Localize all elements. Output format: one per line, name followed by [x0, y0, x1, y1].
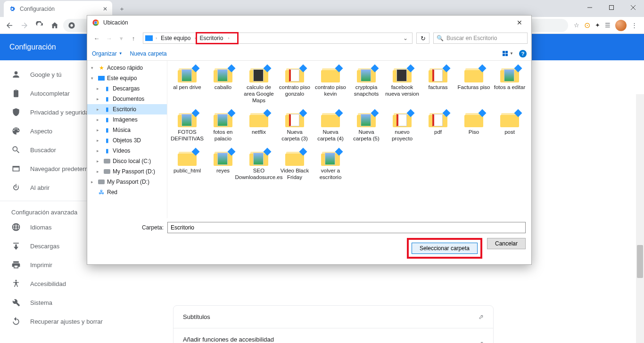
- help-icon[interactable]: ?: [519, 50, 527, 57]
- new-folder-button[interactable]: Nueva carpeta: [130, 50, 167, 57]
- folder-item[interactable]: SEO Downloadosurce.es: [241, 148, 277, 185]
- tree-item[interactable]: ▸▮Documentos: [87, 94, 167, 104]
- ext-icon-1[interactable]: ⊙: [584, 21, 590, 30]
- dialog-close-button[interactable]: ✕: [512, 19, 527, 26]
- folder-icon: [284, 66, 305, 83]
- folder-icon: [177, 150, 198, 167]
- tree-item[interactable]: ▸My Passport (D:): [87, 177, 167, 187]
- caret-icon: ▸: [97, 148, 101, 153]
- folder-item[interactable]: al pen drive: [169, 65, 205, 107]
- tab-close-icon[interactable]: ✕: [103, 6, 107, 12]
- tree-item[interactable]: ▾Este equipo: [87, 73, 167, 83]
- menu-icon[interactable]: ⋮: [631, 22, 637, 29]
- folder-picker-dialog: Ubicación ✕ ← → ▾ ↑ › Este equipo › Escr…: [87, 15, 532, 265]
- folder-item[interactable]: caballo: [205, 65, 241, 107]
- nav-back-button[interactable]: ←: [91, 33, 102, 44]
- folder-item[interactable]: Facturas piso: [456, 65, 492, 107]
- folder-item[interactable]: cryptopia snapchots: [348, 65, 384, 107]
- star-icon[interactable]: ☆: [574, 22, 579, 29]
- folder-item[interactable]: facebook nueva version: [384, 65, 420, 107]
- tree-item[interactable]: ▸▮Escritorio: [87, 104, 167, 114]
- wrench-icon: [11, 298, 21, 307]
- tree-item[interactable]: ▾★Acceso rápido: [87, 63, 167, 73]
- search-input[interactable]: 🔍 Buscar en Escritorio: [433, 33, 528, 44]
- folder-icon: [248, 111, 269, 128]
- svg-point-10: [94, 21, 97, 24]
- cancel-button[interactable]: Cancelar: [487, 238, 526, 249]
- back-button[interactable]: [3, 19, 16, 32]
- sidebar-item[interactable]: Recuperar ajustes y borrar: [0, 312, 116, 331]
- folder-item[interactable]: contrato piso gonzalo: [277, 65, 313, 107]
- folder-item[interactable]: nuevo proyecto: [384, 109, 420, 146]
- folder-item[interactable]: contrato piso kevin: [313, 65, 348, 107]
- breadcrumb-dropdown[interactable]: ⌄: [401, 35, 410, 41]
- tree-item[interactable]: ▸▮Objetos 3D: [87, 135, 167, 146]
- folder-item[interactable]: pdf: [420, 109, 456, 146]
- breadcrumb-bar[interactable]: › Este equipo › Escritorio› ⌄: [143, 33, 413, 44]
- caret-icon: ▸: [97, 159, 101, 163]
- folder-name: nuevo proyecto: [385, 129, 419, 142]
- folder-name: post: [504, 129, 515, 136]
- extensions-icon[interactable]: ✦: [595, 22, 600, 29]
- nav-up-button[interactable]: ↑: [128, 33, 139, 44]
- sidebar-label: Google y tú: [30, 71, 62, 78]
- folder-item[interactable]: calculo de area Google Maps: [241, 65, 277, 107]
- window-minimize[interactable]: [579, 0, 601, 15]
- home-button[interactable]: [48, 19, 61, 32]
- tree-item[interactable]: ▸▮Vídeos: [87, 146, 167, 156]
- scrollbar-thumb[interactable]: [637, 245, 643, 278]
- tree-item[interactable]: ▸▮Descargas: [87, 83, 167, 94]
- view-mode-button[interactable]: ▼: [503, 51, 513, 56]
- folder-item[interactable]: post: [492, 109, 528, 146]
- reading-list-icon[interactable]: ☰: [605, 22, 611, 29]
- forward-button[interactable]: [18, 19, 31, 32]
- new-tab-button[interactable]: ＋: [115, 2, 128, 16]
- palette-icon: [11, 126, 21, 136]
- refresh-button[interactable]: ↻: [416, 33, 429, 44]
- folder-item[interactable]: FOTOS DEFINITIVAS: [169, 109, 205, 146]
- sidebar-item[interactable]: Sistema: [0, 293, 116, 312]
- organize-menu[interactable]: Organizar ▼: [92, 50, 123, 57]
- tree-item[interactable]: ▸▮Imágenes: [87, 114, 167, 125]
- window-close[interactable]: [622, 0, 644, 15]
- sidebar-label: Sistema: [30, 299, 52, 306]
- sidebar-item[interactable]: Accesibilidad: [0, 274, 116, 293]
- folder-item[interactable]: fotos a editar: [492, 65, 528, 107]
- tree-item[interactable]: ▸My Passport (D:): [87, 166, 167, 177]
- folder-icon: [213, 111, 233, 128]
- chevron-icon: ›: [194, 36, 196, 41]
- breadcrumb-pc[interactable]: Este equipo: [158, 34, 193, 42]
- shield-icon: [11, 107, 21, 117]
- nav-forward-button[interactable]: →: [103, 33, 115, 44]
- window-maximize[interactable]: [601, 0, 622, 15]
- folder-item[interactable]: netflix: [241, 109, 277, 146]
- folder-name: contrato piso kevin: [314, 84, 347, 98]
- folder-item[interactable]: Nueva carpeta (4): [313, 109, 348, 146]
- folder-item[interactable]: Nueva carpeta (3): [277, 109, 313, 146]
- folder-item[interactable]: fotos en palacio: [205, 109, 241, 146]
- search-placeholder: Buscar en Escritorio: [446, 35, 497, 41]
- reload-button[interactable]: [33, 19, 46, 32]
- select-folder-button[interactable]: Seleccionar carpeta: [412, 243, 478, 254]
- browser-tab[interactable]: Configuración ✕: [4, 1, 112, 17]
- folder-item[interactable]: Video Black Friday: [277, 148, 313, 185]
- subtitles-row[interactable]: Subtítulos ⬀: [173, 306, 493, 328]
- tree-item[interactable]: ▸Disco local (C:): [87, 156, 167, 166]
- folder-item[interactable]: Nueva carpeta (5): [348, 109, 384, 146]
- search-icon: [11, 145, 21, 155]
- folder-icon: ▮: [103, 147, 111, 154]
- folder-item[interactable]: Piso: [456, 109, 492, 146]
- nav-recent-button[interactable]: ▾: [116, 33, 127, 44]
- tree-item[interactable]: 🖧Red: [87, 187, 167, 197]
- folder-item[interactable]: facturas: [420, 65, 456, 107]
- tree-item[interactable]: ▸▮Música: [87, 125, 167, 135]
- add-a11y-row[interactable]: Añadir funciones de accesibilidad Abrir …: [173, 328, 493, 343]
- sidebar-label: Recuperar ajustes y borrar: [30, 318, 103, 325]
- disk-icon: [98, 179, 105, 185]
- folder-item[interactable]: volver a escritorio: [313, 148, 348, 185]
- folder-name-input[interactable]: [167, 222, 526, 233]
- scrollbar[interactable]: [636, 94, 644, 343]
- breadcrumb-current[interactable]: Escritorio›: [197, 33, 238, 43]
- profile-avatar[interactable]: [615, 20, 627, 31]
- folder-item[interactable]: public_html: [169, 148, 205, 185]
